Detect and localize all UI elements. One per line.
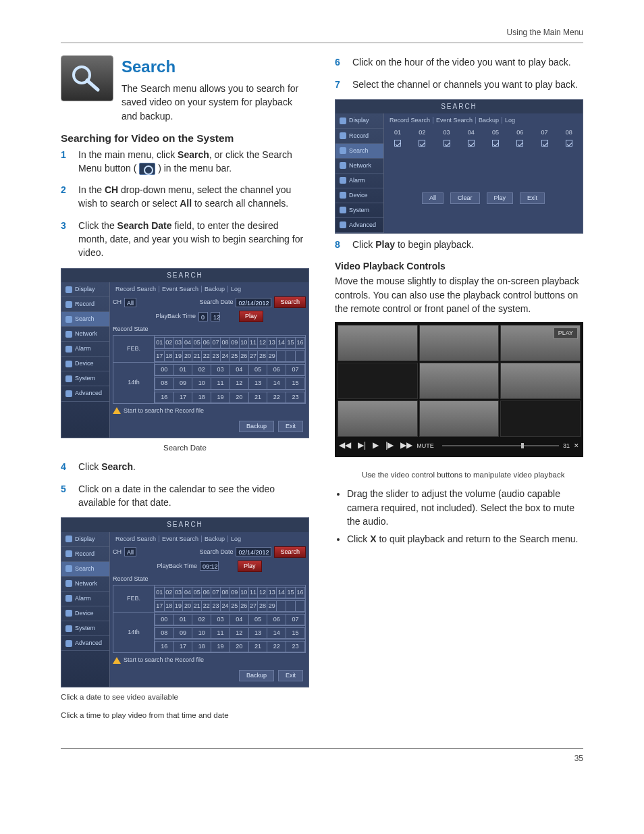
ch-dropdown[interactable]: All — [124, 547, 136, 556]
next-icon[interactable]: |▶ — [385, 440, 394, 451]
rewind-icon[interactable]: ◀◀ — [339, 440, 351, 451]
calendar-cell[interactable]: 17 — [173, 392, 192, 402]
dvr-tab[interactable]: Record Search — [387, 117, 433, 124]
play-button[interactable]: Play — [238, 561, 262, 572]
calendar-cell[interactable]: 01 — [155, 587, 164, 598]
dvr-sidebar-item[interactable]: Alarm — [61, 592, 109, 606]
calendar-cell[interactable]: 22 — [202, 600, 211, 611]
calendar-cell[interactable]: 07 — [286, 614, 305, 625]
calendar-cell[interactable]: 29 — [267, 351, 277, 362]
dvr-sidebar-item[interactable]: Advanced — [61, 386, 109, 401]
dvr-sidebar-item[interactable]: Record — [336, 129, 383, 144]
calendar-cell[interactable]: 03 — [211, 365, 230, 375]
calendar-cell[interactable]: 02 — [164, 338, 173, 348]
dvr-sidebar-item[interactable]: Network — [61, 577, 109, 592]
dvr-sidebar-item[interactable]: Alarm — [336, 174, 383, 188]
calendar-cell[interactable]: 06 — [202, 587, 211, 598]
calendar-cell[interactable]: 01 — [173, 614, 192, 625]
calendar-cell[interactable]: 07 — [211, 338, 221, 348]
channel-checkbox[interactable] — [541, 140, 548, 147]
dvr-tab[interactable]: Log — [228, 286, 244, 292]
calendar-cell[interactable]: 24 — [220, 351, 230, 362]
calendar-cell[interactable]: 23 — [211, 351, 221, 362]
dvr-tab[interactable]: Backup — [476, 117, 502, 124]
search-button[interactable]: Search — [274, 296, 306, 308]
dvr-sidebar-item[interactable]: Search — [61, 312, 109, 327]
calendar-cell[interactable]: 04 — [230, 365, 248, 375]
channel-checkbox[interactable] — [419, 140, 425, 147]
calendar-cell[interactable]: 00 — [155, 614, 173, 625]
calendar-cell[interactable]: 21 — [248, 392, 267, 402]
playback-time-field[interactable]: 12 — [211, 312, 220, 321]
calendar-cell[interactable]: 11 — [248, 587, 258, 598]
calendar-cell[interactable]: 08 — [220, 338, 230, 348]
calendar-cell[interactable]: 06 — [267, 365, 286, 375]
calendar-cell[interactable]: 07 — [286, 365, 305, 375]
dvr-sidebar-item[interactable]: Device — [61, 357, 109, 371]
calendar-cell[interactable]: 08 — [155, 378, 173, 389]
calendar-cell[interactable]: 03 — [173, 338, 183, 348]
dvr-sidebar-item[interactable]: Alarm — [61, 342, 109, 357]
dvr-sidebar-item[interactable]: System — [336, 203, 383, 218]
fast-forward-icon[interactable]: ▶▶ — [400, 440, 412, 451]
calendar-cell[interactable]: 14 — [267, 378, 286, 389]
calendar-cell[interactable]: 19 — [173, 600, 183, 611]
calendar-cell[interactable]: 16 — [155, 642, 173, 652]
calendar-cell[interactable]: 12 — [230, 628, 248, 639]
calendar-cell[interactable]: 20 — [183, 351, 192, 362]
calendar-cell[interactable]: 15 — [286, 338, 296, 348]
calendar-cell[interactable]: 18 — [192, 642, 211, 652]
calendar-cell[interactable]: 01 — [173, 365, 192, 375]
calendar-cell[interactable]: 16 — [295, 587, 304, 598]
calendar-cell[interactable]: 19 — [211, 392, 230, 402]
play-button[interactable]: Play — [487, 192, 514, 204]
calendar-cell[interactable]: 09 — [173, 628, 192, 639]
calendar-cell[interactable]: 09 — [173, 378, 192, 389]
all-button[interactable]: All — [422, 192, 444, 204]
calendar-cell[interactable]: 08 — [220, 587, 230, 598]
calendar-cell[interactable]: 22 — [267, 642, 286, 652]
calendar-cell[interactable]: 03 — [211, 614, 230, 625]
backup-button[interactable]: Backup — [239, 421, 274, 432]
calendar-cell[interactable]: 19 — [173, 351, 183, 362]
calendar-cell[interactable]: 05 — [248, 614, 267, 625]
dvr-sidebar-item[interactable]: Network — [336, 159, 383, 174]
calendar-cell[interactable]: 01 — [155, 338, 164, 348]
calendar-cell[interactable] — [286, 600, 296, 611]
exit-button[interactable]: Exit — [520, 192, 545, 204]
calendar-cell[interactable]: 08 — [155, 628, 173, 639]
calendar-cell[interactable]: 27 — [248, 351, 258, 362]
calendar-cell[interactable]: 12 — [230, 378, 248, 389]
dvr-tab[interactable]: Log — [502, 117, 518, 124]
dvr-sidebar-item[interactable]: Network — [61, 327, 109, 342]
calendar-cell[interactable]: 28 — [258, 600, 267, 611]
channel-checkbox[interactable] — [492, 140, 499, 147]
calendar-cell[interactable]: 21 — [192, 600, 202, 611]
calendar-cell[interactable]: 02 — [164, 587, 173, 598]
channel-checkbox[interactable] — [394, 140, 401, 147]
calendar-cell[interactable]: 25 — [230, 600, 239, 611]
dvr-sidebar-item[interactable]: Record — [61, 297, 109, 312]
calendar-cell[interactable]: 26 — [239, 351, 248, 362]
calendar-cell[interactable]: 27 — [248, 600, 258, 611]
calendar-grid[interactable]: FEB.01020304050607080910111213141516 171… — [113, 335, 306, 403]
calendar-cell[interactable]: 10 — [192, 378, 211, 389]
calendar-cell[interactable]: 23 — [211, 600, 221, 611]
calendar-cell[interactable]: 05 — [192, 587, 202, 598]
calendar-cell[interactable]: 12 — [258, 587, 267, 598]
calendar-cell[interactable]: 02 — [192, 614, 211, 625]
dvr-sidebar-item[interactable]: Advanced — [336, 218, 383, 233]
calendar-cell[interactable]: 13 — [267, 338, 277, 348]
calendar-cell[interactable]: 23 — [286, 642, 305, 652]
calendar-cell[interactable]: 10 — [239, 338, 248, 348]
exit-button[interactable]: Exit — [278, 670, 303, 681]
dvr-tab[interactable]: Log — [228, 536, 244, 542]
prev-icon[interactable]: ▶| — [358, 440, 366, 451]
search-button[interactable]: Search — [274, 546, 306, 558]
dvr-sidebar-item[interactable]: Advanced — [61, 636, 109, 651]
calendar-cell[interactable]: 20 — [183, 600, 192, 611]
playback-time-field[interactable]: 09:12 — [200, 561, 219, 571]
calendar-cell[interactable] — [295, 600, 304, 611]
calendar-cell[interactable]: 13 — [267, 587, 277, 598]
dvr-tab[interactable]: Backup — [202, 536, 228, 542]
